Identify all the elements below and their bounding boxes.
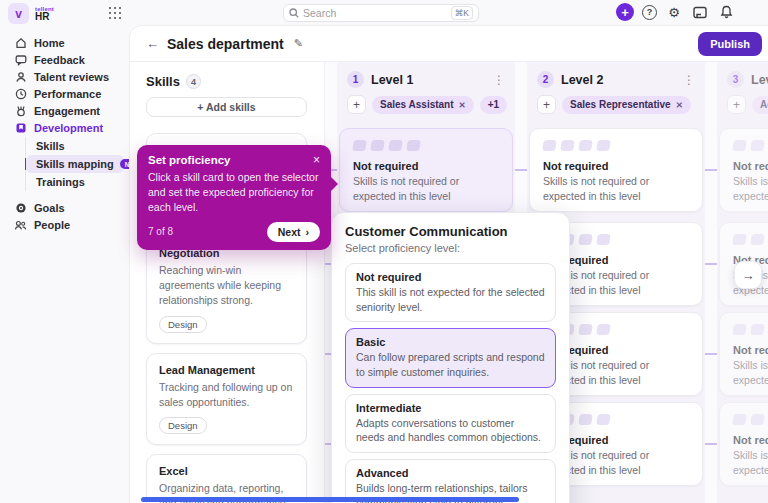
page-title: Sales department bbox=[167, 36, 284, 52]
popover-subtitle: Select proficiency level: bbox=[345, 242, 556, 254]
onboarding-tooltip: Set proficiency × Click a skill card to … bbox=[137, 145, 331, 250]
edit-pencil-icon[interactable]: ✎ bbox=[294, 37, 303, 50]
cell-description: Skills is not required or expected in th… bbox=[733, 174, 768, 203]
sidebar-item-performance[interactable]: Performance bbox=[10, 85, 124, 102]
publish-button[interactable]: Publish bbox=[698, 32, 762, 56]
settings-gear-icon[interactable]: ⚙ bbox=[665, 3, 683, 21]
back-arrow-icon[interactable]: ← bbox=[146, 36, 159, 51]
sidebar-label: Feedback bbox=[34, 54, 85, 66]
skills-panel: Skills 4 + Add skills Negotiation Reachi… bbox=[130, 62, 325, 503]
cell-title: Not required bbox=[733, 160, 768, 172]
option-intermediate[interactable]: Intermediate Adapts conversations to cus… bbox=[345, 394, 556, 453]
sidebar-item-development[interactable]: Development bbox=[10, 119, 124, 136]
create-button[interactable]: + bbox=[616, 3, 634, 21]
close-icon[interactable]: × bbox=[313, 154, 320, 166]
proficiency-pip bbox=[370, 140, 385, 151]
kebab-menu-icon[interactable]: ⋮ bbox=[493, 73, 505, 87]
chip-close-icon[interactable]: ✕ bbox=[459, 100, 466, 110]
option-title: Not required bbox=[356, 271, 545, 283]
cell-title: Not required bbox=[543, 160, 689, 172]
sidebar-item-skills[interactable]: Skills bbox=[26, 137, 124, 155]
logo-text: tellent HR bbox=[35, 6, 54, 22]
skill-card-lead-management[interactable]: Lead Management Tracking and following u… bbox=[146, 353, 307, 445]
proficiency-pip bbox=[596, 140, 611, 151]
proficiency-cell[interactable]: Not required Skills is not required or e… bbox=[529, 128, 703, 212]
skill-description: Tracking and following up on sales oppor… bbox=[159, 380, 294, 410]
proficiency-pip bbox=[542, 140, 557, 151]
proficiency-pip bbox=[750, 234, 765, 245]
arrow-right-icon: → bbox=[742, 268, 755, 283]
performance-clock-icon bbox=[14, 88, 27, 100]
kebab-menu-icon[interactable]: ⋮ bbox=[683, 73, 695, 87]
level-number-badge: 2 bbox=[537, 71, 554, 88]
proficiency-pip bbox=[388, 140, 403, 151]
option-description: Can follow prepared scripts and respond … bbox=[356, 350, 545, 379]
proficiency-pip bbox=[578, 414, 593, 425]
search-icon bbox=[289, 8, 299, 18]
proficiency-pip bbox=[750, 414, 765, 425]
role-chip-overflow[interactable]: +1 bbox=[480, 96, 507, 114]
help-icon[interactable]: ? bbox=[642, 5, 657, 20]
proficiency-cell[interactable]: Not required Skills is not required or e… bbox=[719, 128, 768, 212]
proficiency-pip bbox=[732, 324, 747, 335]
level-2-header: 2 Level 2 ⋮ + Sales Representative ✕ bbox=[527, 62, 705, 114]
option-basic[interactable]: Basic Can follow prepared scripts and re… bbox=[345, 328, 556, 387]
proficiency-pip bbox=[578, 234, 593, 245]
notifications-bell-icon[interactable] bbox=[717, 3, 735, 21]
option-title: Intermediate bbox=[356, 402, 545, 414]
search-bar[interactable]: ⌘K bbox=[283, 4, 479, 22]
proficiency-pip bbox=[560, 140, 575, 151]
proficiency-pip bbox=[596, 324, 611, 335]
role-chip-label: +1 bbox=[488, 99, 499, 110]
proficiency-pip bbox=[578, 324, 593, 335]
add-skills-button[interactable]: + Add skills bbox=[146, 97, 307, 117]
proficiency-pip bbox=[406, 140, 421, 151]
add-role-button[interactable]: + bbox=[537, 95, 556, 114]
goals-target-icon bbox=[14, 202, 27, 214]
sidebar-item-home[interactable]: Home bbox=[10, 34, 124, 51]
sidebar-item-trainings[interactable]: Trainings bbox=[26, 173, 124, 191]
sidebar-item-goals[interactable]: Goals bbox=[10, 199, 124, 216]
role-chip-label: Sales Representative bbox=[570, 99, 671, 110]
inbox-icon[interactable] bbox=[691, 3, 709, 21]
proficiency-pip bbox=[596, 414, 611, 425]
sidebar-item-engagement[interactable]: Engagement bbox=[10, 102, 124, 119]
sidebar-item-feedback[interactable]: Feedback bbox=[10, 51, 124, 68]
cell-description: Skills is not required or expected in th… bbox=[543, 174, 689, 203]
next-button[interactable]: Next › bbox=[267, 222, 320, 242]
add-role-button[interactable]: + bbox=[347, 95, 366, 114]
development-subnav: Skills Skills mapping NEW Trainings bbox=[25, 137, 124, 191]
proficiency-cell[interactable]: Not required Skills is not required or e… bbox=[719, 312, 768, 396]
role-chip[interactable]: Sales Representative ✕ bbox=[562, 96, 691, 114]
skill-title: Excel bbox=[159, 465, 294, 477]
apps-grid-icon[interactable] bbox=[109, 7, 122, 20]
app-logo[interactable]: v tellent HR bbox=[8, 3, 54, 24]
cell-title: Not required bbox=[733, 344, 768, 356]
role-chip[interactable]: Account bbox=[752, 96, 768, 114]
row-connector bbox=[705, 263, 717, 265]
proficiency-pip bbox=[732, 140, 747, 151]
skill-card-negotiation[interactable]: Negotiation Reaching win-win agreements … bbox=[146, 236, 307, 344]
horizontal-scrollbar-thumb[interactable] bbox=[141, 497, 519, 502]
skill-tag: Design bbox=[159, 417, 207, 434]
proficiency-cell[interactable]: Not required Skills is not required or e… bbox=[719, 402, 768, 486]
sidebar-item-people[interactable]: People bbox=[10, 216, 124, 233]
add-role-button[interactable]: + bbox=[727, 95, 746, 114]
option-not-required[interactable]: Not required This skill is not expected … bbox=[345, 263, 556, 322]
proficiency-pip bbox=[352, 140, 367, 151]
home-icon bbox=[14, 37, 27, 49]
brand-unit: HR bbox=[35, 12, 54, 22]
role-chip-label: Sales Assistant bbox=[380, 99, 454, 110]
search-input[interactable] bbox=[303, 7, 447, 19]
sidebar-item-talent-reviews[interactable]: Talent reviews bbox=[10, 68, 124, 85]
proficiency-cell[interactable]: Not required Skills is not required or e… bbox=[339, 128, 513, 212]
skill-card-excel[interactable]: Excel Organizing data, reporting, and an… bbox=[146, 454, 307, 503]
chip-close-icon[interactable]: ✕ bbox=[676, 100, 683, 110]
proficiency-pip bbox=[732, 234, 747, 245]
level-number-badge: 1 bbox=[347, 71, 364, 88]
sidebar-item-skills-mapping[interactable]: Skills mapping NEW bbox=[26, 155, 124, 173]
role-chip[interactable]: Sales Assistant ✕ bbox=[372, 96, 474, 114]
sidebar-label: Skills mapping bbox=[36, 158, 114, 170]
scroll-right-button[interactable]: → bbox=[734, 261, 762, 289]
cell-description: Skills is not required or expected in th… bbox=[733, 358, 768, 387]
